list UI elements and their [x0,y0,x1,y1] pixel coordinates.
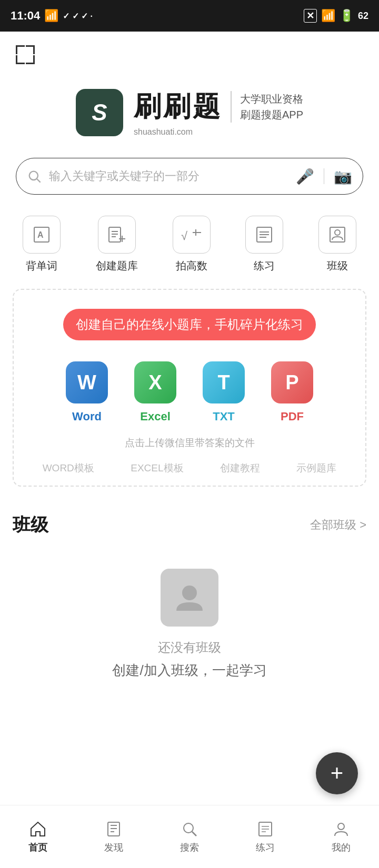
logo-text-group: 刷刷题 大学职业资格 刷题搜题APP shuashuati.com [134,88,303,137]
bottom-nav: 首页 发现 搜索 练习 我的 [0,805,379,868]
nav-discover-label: 发现 [104,841,123,854]
action-create-bank[interactable]: 创建题库 [96,216,138,273]
wifi-icon: 📶 [321,9,335,23]
status-bar: 11:04 📶 ✓ ✓ ✓ · ✕ 📶 🔋 62 [0,0,379,32]
logo-title-row: 刷刷题 大学职业资格 刷题搜题APP shuashuati.com [134,88,303,137]
nav-search-label: 搜索 [180,841,199,854]
excel-label: Excel [140,410,171,423]
check-icons: ✓ ✓ ✓ · [63,11,93,21]
logo-area: S 刷刷题 大学职业资格 刷题搜题APP shuashuati.com [0,73,379,153]
svg-point-30 [338,823,344,830]
logo-subtitle: 大学职业资格 刷题搜题APP [240,91,303,123]
word-label: Word [72,410,102,423]
scan-area[interactable] [0,32,379,73]
word-icon: W [66,361,108,403]
upload-word[interactable]: W Word [66,361,108,423]
txt-icon: T [203,361,245,403]
word-template-link[interactable]: WORD模板 [43,461,94,475]
nav-profile[interactable]: 我的 [303,820,379,854]
svg-point-19 [182,586,197,600]
excel-template-link[interactable]: EXCEL模板 [131,461,183,475]
search-right-icons: 🎤 📷 [296,168,352,185]
upload-icons-row: W Word X Excel T TXT P PDF [14,351,365,429]
battery-icon: 🔋 [340,9,354,23]
excel-icon: X [134,361,176,403]
vocabulary-label: 背单词 [26,259,57,273]
status-right: ✕ 📶 🔋 62 [304,9,368,23]
action-vocabulary[interactable]: A 背单词 [23,216,61,273]
pdf-icon: P [271,361,313,403]
example-bank-link[interactable]: 示例题库 [296,461,336,475]
nav-practice-icon [256,820,274,838]
svg-line-1 [37,179,40,182]
plus-icon: + [331,762,344,784]
microphone-icon[interactable]: 🎤 [296,168,314,185]
class-icon [318,216,356,254]
camera-icon[interactable]: 📷 [334,168,352,185]
status-time: 11:04 [11,9,40,23]
upload-links-row: WORD模板 EXCEL模板 创建教程 示例题库 [14,455,365,486]
practice-icon [245,216,283,254]
search-icon [27,169,42,184]
profile-icon [332,820,350,838]
upload-pdf[interactable]: P PDF [271,361,313,423]
banji-empty: 还没有班级 创建/加入班级，一起学习 [13,548,366,711]
nav-discover[interactable]: 发现 [76,820,152,854]
logo-main-text: 刷刷题 [134,88,222,125]
action-practice[interactable]: 练习 [245,216,283,273]
logo-icon: S [76,89,123,136]
nav-home-label: 首页 [28,841,47,854]
empty-avatar [161,569,218,627]
photo-math-label: 拍高数 [176,259,207,273]
upload-header-text: 创建自己的在线小题库，手机碎片化练习 [76,316,303,333]
x-icon: ✕ [304,9,317,23]
home-icon [29,820,47,838]
nav-profile-label: 我的 [332,841,351,854]
search-placeholder: 输入关键字或关键字的一部分 [49,168,288,184]
banji-header: 班级 全部班级 > [13,513,366,537]
create-bank-icon [98,216,136,254]
action-class[interactable]: 班级 [318,216,356,273]
banji-more[interactable]: 全部班级 > [310,517,366,533]
discover-icon [105,820,123,838]
svg-point-0 [29,171,38,180]
svg-point-24 [184,823,193,833]
search-bar[interactable]: 输入关键字或关键字的一部分 🎤 📷 [16,158,363,195]
quick-actions: A 背单词 创建题库 √ [0,205,379,289]
class-action-label: 班级 [327,259,348,273]
action-photo-math[interactable]: √ 拍高数 [173,216,211,273]
signal-icon: 📶 [44,9,58,23]
status-left: 11:04 📶 ✓ ✓ ✓ · [11,9,93,23]
svg-point-18 [335,230,340,235]
nav-home[interactable]: 首页 [0,820,76,854]
svg-text:A: A [37,230,44,239]
svg-line-25 [192,832,196,836]
pdf-label: PDF [281,410,304,423]
fab-button[interactable]: + [316,752,358,794]
nav-practice[interactable]: 练习 [227,820,303,854]
create-bank-label: 创建题库 [96,259,138,273]
practice-label: 练习 [254,259,275,273]
photo-math-icon: √ [173,216,211,254]
search-bar-container: 输入关键字或关键字的一部分 🎤 📷 [0,153,379,205]
upload-txt[interactable]: T TXT [203,361,245,423]
scan-icon[interactable] [13,42,38,67]
logo-domain: shuashuati.com [134,127,303,137]
nav-search[interactable]: 搜索 [152,820,227,854]
upload-header: 创建自己的在线小题库，手机碎片化练习 [63,309,316,340]
upload-hint: 点击上传微信里带答案的文件 [14,429,365,455]
main-content: S 刷刷题 大学职业资格 刷题搜题APP shuashuati.com [0,32,379,836]
nav-practice-label: 练习 [256,841,275,854]
create-tutorial-link[interactable]: 创建教程 [220,461,260,475]
logo-divider [231,91,232,123]
txt-label: TXT [213,410,235,423]
upload-excel[interactable]: X Excel [134,361,176,423]
svg-text:√: √ [181,229,188,243]
battery-level: 62 [358,11,368,22]
upload-section: 创建自己的在线小题库，手机碎片化练习 W Word X Excel T TXT [13,289,366,487]
empty-text1: 还没有班级 [158,639,221,656]
banji-title: 班级 [13,513,48,537]
nav-search-icon [181,820,198,838]
vocabulary-icon: A [23,216,61,254]
empty-text2: 创建/加入班级，一起学习 [112,661,266,680]
